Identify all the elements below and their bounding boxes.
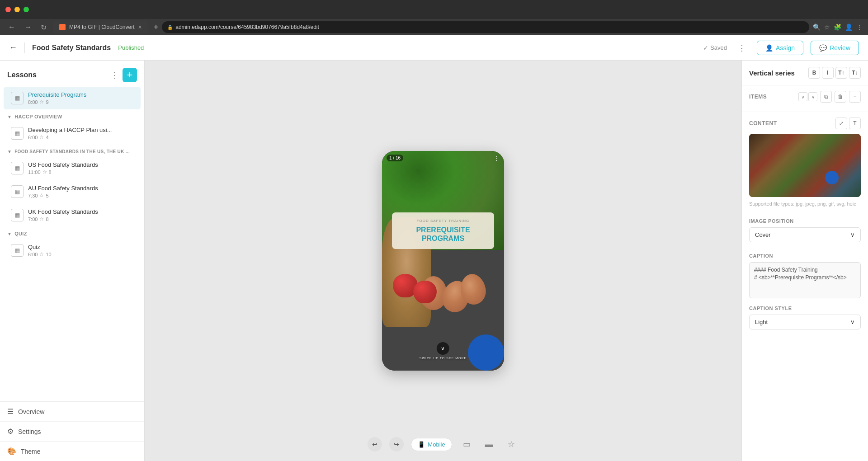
browser-chrome [0,0,868,19]
header-kebab-btn[interactable]: ⋮ [734,41,750,55]
lesson-info-au: AU Food Safety Standards 7:30 ☆ 5 [28,185,133,198]
lesson-icon-us: ▦ [11,162,24,174]
tablet-portrait-btn[interactable]: ▭ [459,437,474,452]
items-header: Items ∧ ∨ ⧉ 🗑 − [749,91,861,103]
items-copy-btn[interactable]: ⧉ [820,91,832,103]
image-preview-bg [749,134,861,197]
saved-status: ✓ Saved [703,44,727,52]
caption-label: CAPTION [749,253,861,259]
sidebar-actions: ⋮ + [111,68,137,82]
blue-container [468,334,504,371]
lesson-name-quiz: Quiz [28,244,133,250]
refresh-btn[interactable]: ↻ [38,22,49,33]
image-position-dropdown[interactable]: Cover ∨ [749,227,861,242]
address-bar[interactable]: 🔒 admin.edapp.com/course/645983bd9076679… [162,21,809,33]
lesson-name-au: AU Food Safety Standards [28,185,133,192]
lessons-title: Lessons [7,71,37,79]
lesson-item-developing-haccp[interactable]: ▦ Developing a HACCP Plan usi... 6:00 ☆ … [4,122,141,145]
sidebar-scroll[interactable]: ▦ Prerequisite Programs 8:00 ☆ 9 ▼ HACCP… [0,86,144,401]
right-panel: Vertical series B I T↑ T↓ Items ∧ ∨ ⧉ 🗑 [741,61,868,461]
tab-close-btn[interactable]: × [138,24,142,31]
redo-btn[interactable]: ↪ [389,437,404,452]
text-size-up-btn[interactable]: T↑ [835,67,847,79]
items-navigation: ∧ ∨ [798,92,817,101]
lock-icon: 🔒 [167,25,173,30]
lesson-name-us: US Food Safety Standards [28,161,133,168]
forward-nav-btn[interactable]: → [22,22,34,32]
review-label: Review [830,44,850,52]
review-button[interactable]: 💬 Review [811,41,859,55]
caption-style-value: Light [755,319,768,325]
menu-icon[interactable]: ⋮ [856,24,863,31]
lesson-meta-us: 11:00 ☆ 8 [28,169,133,175]
section-arrow-haccp: ▼ [7,114,12,119]
sidebar-kebab-btn[interactable]: ⋮ [111,70,119,80]
supported-file-types-text: Supported file types: jpg, jpeg, png, gi… [749,201,861,207]
star-favorite-btn[interactable]: ☆ [504,437,519,452]
items-nav-down-btn[interactable]: ∨ [808,92,817,101]
image-position-value: Cover [755,231,771,238]
image-position-section: IMAGE POSITION Cover ∨ [742,218,868,253]
bold-btn[interactable]: B [808,67,820,79]
lesson-icon-au: ▦ [11,185,24,198]
star-icon: ☆ [508,440,515,449]
lesson-meta-uk: 7:00 ☆ 8 [28,216,133,222]
caption-textarea[interactable]: #### Food Safety Training # <sb>**Prereq… [749,262,861,298]
assign-button[interactable]: 👤 Assign [757,41,803,55]
nav-item-overview[interactable]: ☰ Overview [0,401,144,421]
tablet-landscape-btn[interactable]: ▬ [481,437,497,452]
slide-menu-btn[interactable]: ⋮ [493,155,500,162]
lesson-item-us-food[interactable]: ▦ US Food Safety Standards 11:00 ☆ 8 [4,157,141,179]
lesson-meta-prerequisite: 8:00 ☆ 9 [28,99,133,105]
image-preview[interactable] [749,134,861,197]
caption-style-dropdown[interactable]: Light ∨ [749,315,861,329]
items-label: Items [749,94,767,100]
content-expand-btn[interactable]: ⤢ [835,118,847,129]
avatar-icon[interactable]: 👤 [845,24,853,31]
back-to-courses-btn[interactable]: ← [9,43,17,52]
items-delete-btn[interactable]: 🗑 [835,91,846,103]
nav-item-theme[interactable]: 🎨 Theme [0,441,144,461]
lesson-info-haccp: Developing a HACCP Plan usi... 6:00 ☆ 4 [28,127,133,140]
theme-icon: 🎨 [7,447,16,456]
card-title: PREREQUISITE PROGRAMS [397,226,489,243]
lesson-meta-haccp: 6:00 ☆ 4 [28,134,133,140]
lesson-name-haccp: Developing a HACCP Plan usi... [28,127,133,133]
text-size-down-btn[interactable]: T↓ [849,67,861,79]
lesson-item-au-food[interactable]: ▦ AU Food Safety Standards 7:30 ☆ 5 [4,180,141,203]
zoom-icon[interactable]: 🔍 [813,24,821,31]
nav-item-settings[interactable]: ⚙ Settings [0,421,144,441]
mobile-label: Mobile [428,441,445,448]
items-nav-up-btn[interactable]: ∧ [798,92,807,101]
published-badge: Published [118,44,144,51]
review-icon: 💬 [819,44,827,52]
italic-btn[interactable]: I [822,67,834,79]
browser-tab[interactable]: MP4 to GIF | CloudConvert × [53,21,148,33]
lesson-item-quiz[interactable]: ▦ Quiz 6:00 ☆ 10 [4,239,141,262]
lesson-icon-quiz: ▦ [11,244,24,257]
lesson-item-uk-food[interactable]: ▦ UK Food Safety Standards 7:00 ☆ 8 [4,204,141,226]
caption-section: CAPTION #### Food Safety Training # <sb>… [742,253,868,306]
saved-check-icon: ✓ [703,44,708,52]
tablet-portrait-icon: ▭ [463,440,471,449]
section-label-haccp: HACCP Overview [14,114,62,119]
lesson-item-prerequisite[interactable]: ▦ Prerequisite Programs 8:00 ☆ 9 [4,87,141,109]
apple-area [388,272,449,338]
lesson-info-prerequisite: Prerequisite Programs 8:00 ☆ 9 [28,91,133,105]
tab-favicon [59,24,66,30]
settings-label: Settings [18,428,41,435]
add-lesson-button[interactable]: + [123,68,137,82]
undo-btn[interactable]: ↩ [368,437,382,452]
items-collapse-btn[interactable]: − [849,91,861,103]
canvas-bottom-toolbar: ↩ ↪ 📱 Mobile ▭ ▬ ☆ [368,437,518,452]
extensions-icon[interactable]: 🧩 [834,24,841,31]
image-position-label: IMAGE POSITION [749,218,861,224]
back-nav-btn[interactable]: ← [5,22,18,32]
new-tab-btn[interactable]: + [154,23,159,32]
address-text: admin.edapp.com/course/645983bd9076679a5… [175,24,319,30]
preview-blue-blob [825,171,839,184]
lesson-icon-haccp: ▦ [11,127,24,140]
star-icon[interactable]: ☆ [824,24,830,31]
content-text-btn[interactable]: T [849,118,861,129]
mobile-device-btn[interactable]: 📱 Mobile [411,438,452,451]
